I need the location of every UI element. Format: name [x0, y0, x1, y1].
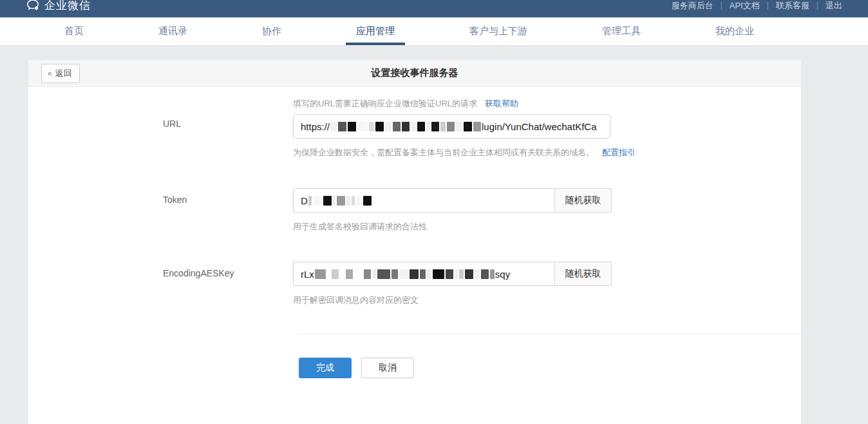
form-row-url: URL 填写的URL需要正确响应企业微信验证URL的请求获取帮助 https:/… — [163, 98, 801, 159]
url-masked-segment — [330, 121, 482, 132]
cancel-button[interactable]: 取消 — [361, 358, 414, 378]
separator: | — [721, 0, 722, 11]
brand-logo[interactable]: 企业微信 — [26, 0, 91, 13]
url-input[interactable]: https://lugin/YunChat/wechatKfCa — [293, 114, 610, 139]
confirm-button[interactable]: 完成 — [299, 358, 352, 378]
back-button-label: 返回 — [55, 68, 72, 79]
top-links: 服务商后台 | API文档 | 联系客服 | 退出 — [672, 0, 842, 11]
token-random-generate-button[interactable]: 随机获取 — [554, 188, 612, 213]
token-input-group: D 随机获取 — [293, 188, 612, 213]
aeskey-value-prefix: rLx — [301, 269, 314, 280]
divider — [297, 334, 801, 334]
get-help-link[interactable]: 获取帮助 — [485, 99, 518, 108]
aeskey-masked-segment — [314, 269, 495, 280]
url-helper-top: 填写的URL需要正确响应企业微信验证URL的请求获取帮助 — [293, 98, 636, 110]
aeskey-helper: 用于解密回调消息内容对应的密文 — [293, 294, 612, 306]
top-link-service-provider[interactable]: 服务商后台 — [672, 0, 713, 11]
token-value-prefix: D — [301, 195, 308, 206]
tab-collaboration[interactable]: 协作 — [252, 17, 292, 45]
url-helper-bottom-text: 为保障企业数据安全，需配置备案主体与当前企业主体相同或有关联关系的域名。 — [293, 148, 594, 157]
token-helper: 用于生成签名校验回调请求的合法性 — [293, 221, 612, 233]
tab-my-company[interactable]: 我的企业 — [705, 17, 764, 45]
tab-contacts[interactable]: 通讯录 — [148, 17, 198, 45]
url-control: 填写的URL需要正确响应企业微信验证URL的请求获取帮助 https://lug… — [293, 98, 636, 159]
card-header: « 返回 设置接收事件服务器 — [28, 60, 801, 87]
token-label: Token — [163, 188, 293, 233]
aeskey-input[interactable]: rLxsqy — [293, 262, 555, 286]
wechat-work-bubble-icon — [26, 0, 40, 12]
page-title: 设置接收事件服务器 — [372, 67, 458, 79]
brand-name: 企业微信 — [44, 0, 91, 13]
tab-management-tools[interactable]: 管理工具 — [592, 17, 651, 45]
settings-card: « 返回 设置接收事件服务器 URL 填写的URL需要正确响应企业微信验证URL… — [28, 60, 801, 424]
top-bar: 企业微信 服务商后台 | API文档 | 联系客服 | 退出 — [0, 0, 868, 17]
url-helper-top-text: 填写的URL需要正确响应企业微信验证URL的请求 — [293, 99, 477, 108]
aeskey-value-suffix: sqy — [495, 269, 510, 280]
token-input[interactable]: D — [293, 188, 555, 213]
form-row-aeskey: EncodingAESKey rLxsqy 随机获取 用于解密回调消息内容对应的… — [163, 262, 801, 306]
token-masked-segment — [308, 195, 372, 206]
url-value-prefix: https:// — [301, 121, 330, 132]
aeskey-random-generate-button[interactable]: 随机获取 — [554, 262, 612, 286]
tab-customers[interactable]: 客户与上下游 — [459, 17, 538, 45]
url-value-suffix: lugin/YunChat/wechatKfCa — [482, 121, 596, 132]
top-link-contact-support[interactable]: 联系客服 — [776, 0, 809, 11]
top-link-api-docs[interactable]: API文档 — [730, 0, 760, 11]
token-control: D 随机获取 用于生成签名校验回调请求的合法性 — [293, 188, 612, 233]
url-helper-bottom: 为保障企业数据安全，需配置备案主体与当前企业主体相同或有关联关系的域名。配置指引 — [293, 147, 636, 159]
tab-app-management[interactable]: 应用管理 — [346, 17, 405, 45]
back-chevron-icon: « — [48, 69, 52, 78]
top-link-logout[interactable]: 退出 — [826, 0, 842, 11]
separator: | — [767, 0, 769, 11]
form-row-token: Token D 随机获取 用于生成签名校验回调请求的合法性 — [163, 188, 801, 233]
aeskey-control: rLxsqy 随机获取 用于解密回调消息内容对应的密文 — [293, 262, 612, 306]
back-button[interactable]: « 返回 — [41, 64, 80, 83]
form-actions: 完成 取消 — [299, 358, 801, 378]
tab-home[interactable]: 首页 — [54, 17, 94, 45]
form-area: URL 填写的URL需要正确响应企业微信验证URL的请求获取帮助 https:/… — [28, 98, 801, 378]
aeskey-label: EncodingAESKey — [163, 262, 293, 306]
url-label: URL — [163, 98, 293, 159]
separator: | — [816, 0, 818, 11]
main-nav: 首页 通讯录 协作 应用管理 客户与上下游 管理工具 我的企业 — [0, 17, 868, 46]
config-guide-link[interactable]: 配置指引 — [602, 148, 636, 157]
aeskey-input-group: rLxsqy 随机获取 — [293, 262, 612, 286]
